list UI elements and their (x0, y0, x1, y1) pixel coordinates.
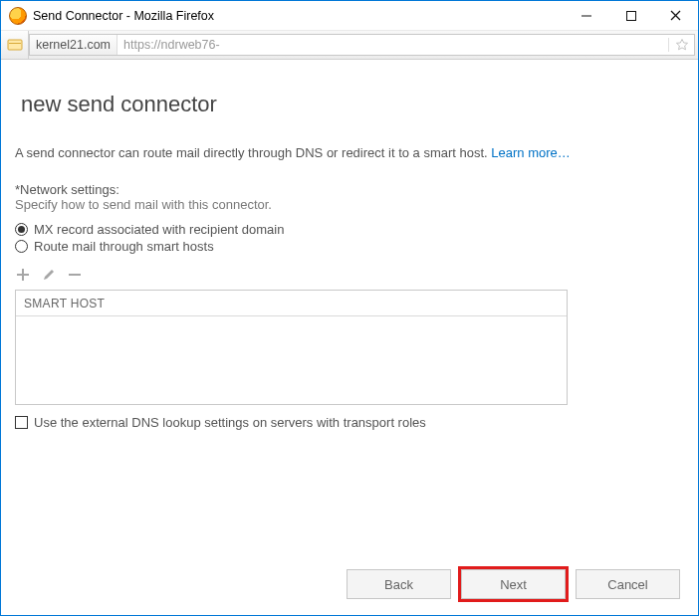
smart-host-toolbar (15, 266, 684, 284)
page-content: new send connector A send connector can … (1, 60, 698, 615)
radio-mx-record[interactable]: MX record associated with recipient doma… (15, 222, 684, 237)
radio-smart-label: Route mail through smart hosts (34, 239, 214, 254)
back-button[interactable]: Back (347, 569, 451, 599)
radio-icon (15, 223, 28, 236)
svg-rect-4 (8, 40, 22, 50)
network-settings-label: *Network settings: (15, 182, 684, 197)
window-title: Send Connector - Mozilla Firefox (33, 9, 214, 23)
help-text-body: A send connector can route mail directly… (15, 145, 491, 160)
address-site-label: kernel21.com (30, 35, 117, 55)
radio-smart-host[interactable]: Route mail through smart hosts (15, 239, 684, 254)
edit-icon[interactable] (41, 267, 57, 283)
window-close-button[interactable] (653, 1, 698, 31)
site-identity-icon[interactable] (1, 31, 29, 59)
window-titlebar: Send Connector - Mozilla Firefox (1, 1, 698, 31)
address-url-text: https://ndrweb76- (117, 38, 668, 52)
remove-icon[interactable] (67, 267, 83, 283)
address-bar-row: kernel21.com https://ndrweb76- (1, 31, 698, 60)
help-text: A send connector can route mail directly… (15, 145, 684, 182)
radio-mx-label: MX record associated with recipient doma… (34, 222, 284, 237)
cancel-button[interactable]: Cancel (576, 569, 680, 599)
window-minimize-button[interactable] (564, 1, 608, 31)
svg-rect-1 (626, 11, 635, 20)
smart-host-grid[interactable]: SMART HOST (15, 290, 568, 405)
svg-rect-5 (9, 43, 21, 44)
page-title: new send connector (15, 78, 684, 145)
checkbox-icon (15, 416, 28, 429)
radio-icon (15, 240, 28, 253)
grid-header-smart-host: SMART HOST (16, 291, 567, 316)
wizard-footer: Back Next Cancel (15, 569, 684, 615)
external-dns-checkbox-row[interactable]: Use the external DNS lookup settings on … (15, 415, 684, 430)
learn-more-link[interactable]: Learn more… (491, 145, 570, 160)
next-button[interactable]: Next (461, 569, 566, 599)
bookmark-star-icon[interactable] (668, 38, 694, 52)
firefox-icon (9, 7, 27, 25)
network-settings-sublabel: Specify how to send mail with this conne… (15, 197, 684, 212)
external-dns-label: Use the external DNS lookup settings on … (34, 415, 426, 430)
window-maximize-button[interactable] (608, 1, 653, 31)
add-icon[interactable] (15, 267, 31, 283)
address-bar[interactable]: kernel21.com https://ndrweb76- (29, 34, 695, 56)
